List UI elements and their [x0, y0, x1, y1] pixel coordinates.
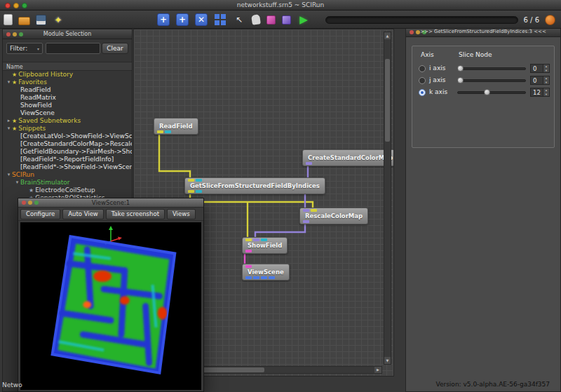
- purple-output-port[interactable]: [306, 162, 312, 165]
- new-document-icon[interactable]: [4, 14, 13, 25]
- select-cursor-icon[interactable]: ↖: [233, 13, 245, 26]
- open-folder-icon[interactable]: [18, 17, 30, 25]
- dash-output-port[interactable]: [245, 276, 252, 279]
- save-icon[interactable]: [36, 15, 46, 25]
- purple-input-port[interactable]: [303, 209, 309, 212]
- slice-dialog-titlebar[interactable]: >>> GetSliceFromStructuredFieldByIndices…: [406, 27, 560, 37]
- module-title: CreateStandardColorMap: [308, 154, 393, 161]
- slider-handle[interactable]: [457, 77, 464, 83]
- module-grid-icon[interactable]: [214, 13, 227, 26]
- spinbox-arrows[interactable]: ▴▾: [543, 76, 549, 84]
- tree-item-snippets[interactable]: ▾★Snippets: [3, 125, 132, 133]
- slice-slider[interactable]: [457, 91, 526, 94]
- slice-spinbox[interactable]: 0▴▾: [530, 76, 550, 85]
- tree-item-readmatrix[interactable]: ReadMatrix: [3, 94, 132, 102]
- yellow-input-port[interactable]: [245, 238, 252, 241]
- teal-output-port[interactable]: [165, 130, 171, 133]
- clear-filter-button[interactable]: Clear: [102, 43, 128, 54]
- tree-caret-icon[interactable]: ▾: [6, 171, 12, 179]
- scroll-right-icon[interactable]: ▶: [374, 367, 381, 373]
- magenta-output-port[interactable]: [245, 250, 252, 252]
- tree-item-scirun[interactable]: ▾SCIRun: [3, 171, 132, 179]
- purple-output-port[interactable]: [303, 220, 309, 223]
- slice-spinbox[interactable]: 0▴▾: [530, 64, 550, 73]
- window-title: networkstuff.srn5 ~ SCIRun: [0, 1, 561, 8]
- star-icon: ★: [12, 117, 17, 125]
- dash-output-port[interactable]: [269, 276, 275, 279]
- tree-item-readfield-showfield-viewscene[interactable]: [ReadField*->ShowField->ViewScene]: [3, 163, 132, 171]
- radio-j-axis[interactable]: [419, 77, 426, 84]
- filter-mode-dropdown[interactable]: Filter: ▾: [6, 43, 43, 54]
- scroll-down-icon[interactable]: ▼: [384, 357, 391, 364]
- slider-handle[interactable]: [457, 65, 464, 72]
- module-viewscene[interactable]: ViewScene: [242, 264, 290, 281]
- tree-caret-icon[interactable]: ▾: [6, 125, 12, 133]
- remove-module-icon[interactable]: ✕: [195, 13, 208, 26]
- purple-cube-icon[interactable]: [282, 15, 291, 25]
- filter-input[interactable]: [46, 43, 100, 54]
- insert-module-icon[interactable]: +: [176, 13, 189, 26]
- teal-input-port[interactable]: [261, 238, 267, 241]
- pan-hand-icon[interactable]: [251, 14, 261, 25]
- tree-item-createstandardcolormap-rescalecol[interactable]: [CreateStandardColorMap->RescaleCol: [3, 140, 132, 148]
- dash-output-port[interactable]: [253, 276, 259, 279]
- slice-slider[interactable]: [457, 67, 526, 70]
- spinbox-value[interactable]: 0: [531, 65, 543, 72]
- tree-item-createlatvol-showfield-viewscene[interactable]: [CreateLatVol->ShowField->ViewScene]: [3, 133, 132, 140]
- spinbox-arrows[interactable]: ▴▾: [543, 88, 549, 96]
- magic-wand-icon[interactable]: ✦: [52, 13, 65, 26]
- module-selection-titlebar[interactable]: Module Selection: [3, 29, 132, 39]
- tree-item-viewscene[interactable]: ViewScene: [3, 109, 132, 117]
- slice-spinbox[interactable]: 12▴▾: [530, 88, 550, 97]
- viewscene-views-button[interactable]: Views: [167, 209, 196, 219]
- teal-output-port[interactable]: [196, 190, 202, 193]
- slider-handle[interactable]: [484, 89, 490, 95]
- tree-caret-icon[interactable]: ▸: [6, 117, 12, 125]
- tree-item-brainstimulator[interactable]: ▾BrainStimulator: [3, 179, 132, 187]
- canvas-vertical-scrollbar[interactable]: ▲ ▼: [384, 32, 391, 365]
- module-getslicefromstructuredfieldbyindices[interactable]: GetSliceFromStructuredFieldByIndices: [184, 177, 325, 194]
- connection-wire[interactable]: [159, 135, 190, 178]
- spinbox-value[interactable]: 0: [531, 76, 543, 84]
- purple-input-port[interactable]: [253, 238, 259, 241]
- viewscene-viewport[interactable]: [20, 222, 201, 390]
- module-readfield[interactable]: ReadField: [154, 118, 198, 135]
- yellow-output-port[interactable]: [157, 130, 163, 133]
- module-createstandardcolormap[interactable]: CreateStandardColorMap: [302, 149, 394, 166]
- magenta-input-port[interactable]: [245, 265, 252, 268]
- yellow-output-port[interactable]: [188, 190, 194, 193]
- viewscene-auto-view-button[interactable]: Auto View: [62, 209, 104, 219]
- pink-cube-icon[interactable]: [266, 15, 276, 25]
- play-button[interactable]: ▶: [297, 13, 310, 26]
- slice-slider[interactable]: [457, 79, 526, 82]
- yellow-input-port[interactable]: [188, 179, 194, 182]
- spinbox-value[interactable]: 12: [531, 88, 543, 96]
- scroll-up-icon[interactable]: ▲: [384, 32, 391, 39]
- dash-output-port[interactable]: [261, 276, 267, 279]
- tree-item-favorites[interactable]: ▾★Favorites: [3, 79, 132, 86]
- radio-k-axis[interactable]: [419, 89, 426, 96]
- tree-caret-icon[interactable]: ▾: [14, 179, 20, 187]
- tree-item-readfield-reportfieldinfo[interactable]: [ReadField*->ReportFieldInfo]: [3, 156, 132, 163]
- spinbox-arrows[interactable]: ▴▾: [543, 65, 549, 72]
- tree-item-electrodecoilsetup[interactable]: ★ElectrodeCoilSetup: [3, 187, 132, 194]
- viewscene-titlebar[interactable]: ViewScene:1: [18, 198, 203, 208]
- module-showfield[interactable]: ShowField: [242, 237, 288, 254]
- module-rescalecolormap[interactable]: RescaleColorMap: [299, 208, 368, 224]
- viewscene-take-screenshot-button[interactable]: Take screenshot: [106, 209, 165, 219]
- vertical-scroll-thumb[interactable]: [385, 59, 390, 142]
- connection-wire[interactable]: [190, 194, 313, 208]
- tree-item-getfieldboundary-fairmesh-showf[interactable]: [GetFieldBoundary->FairMesh->ShowF: [3, 148, 132, 156]
- add-module-icon[interactable]: +: [157, 13, 170, 26]
- yellow-input-port[interactable]: [311, 209, 317, 212]
- toolbar-group-left: ✦: [4, 11, 65, 29]
- tree-item-saved-subnetworks[interactable]: ▸★Saved Subnetworks: [3, 117, 132, 125]
- connection-wire[interactable]: [255, 224, 305, 238]
- tree-item-readfield[interactable]: ReadField: [3, 86, 132, 94]
- tree-caret-icon[interactable]: ▾: [6, 79, 12, 86]
- tree-item-showfield[interactable]: ShowField: [3, 102, 132, 109]
- radio-i-axis[interactable]: [419, 65, 426, 72]
- teal-input-port[interactable]: [196, 179, 202, 182]
- tree-item-clipboard-history[interactable]: ★Clipboard History: [3, 71, 132, 79]
- viewscene-configure-button[interactable]: Configure: [20, 209, 60, 219]
